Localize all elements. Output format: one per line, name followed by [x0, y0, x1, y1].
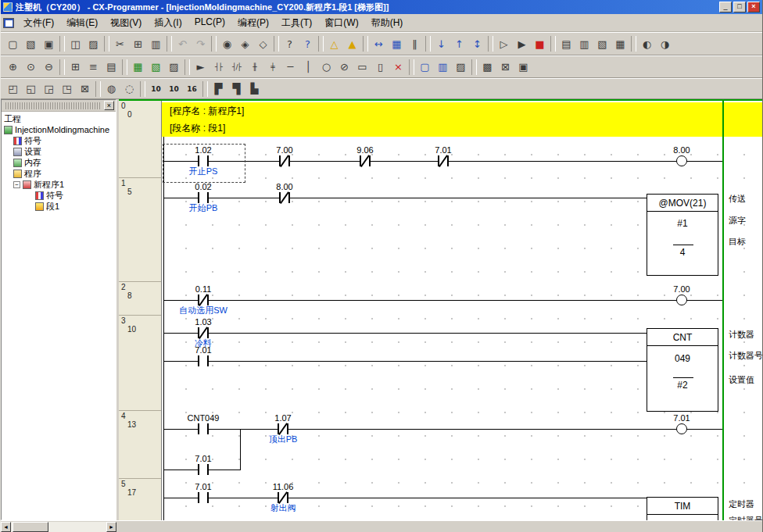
workspace-close-icon[interactable]: × [104, 101, 114, 110]
toolbar-button[interactable]: ▛ [210, 80, 227, 98]
menu-item[interactable]: 窗口(W) [318, 14, 364, 32]
instruction-block-mov[interactable]: @MOV(21) #1 4 [647, 194, 718, 276]
rung-comment-banner[interactable]: [程序名 : 新程序1] [段名称 : 段1] [162, 102, 762, 137]
toolbar-button[interactable]: ‖ [406, 35, 424, 52]
toolbar-button[interactable] [202, 81, 208, 97]
toolbar-button[interactable]: ▤ [102, 59, 120, 76]
ladder-contact[interactable]: 0.11 自动选用SW [168, 284, 238, 316]
tree-expander-icon[interactable]: − [13, 181, 20, 188]
toolbar-button[interactable]: ▨ [165, 59, 183, 76]
rung-header[interactable]: 3 10 [119, 316, 161, 411]
toolbar-button[interactable]: ▥ [147, 35, 165, 52]
toolbar-button[interactable] [122, 59, 127, 75]
toolbar-button[interactable]: ▦ [611, 35, 629, 52]
toolbar-button[interactable]: ◍ [102, 80, 120, 98]
title-bar[interactable]: 注塑机（CY200） - CX-Programmer - [InjectionM… [1, 0, 762, 14]
toolbar-button[interactable] [167, 36, 172, 52]
toolbar-button[interactable] [104, 36, 109, 52]
toolbar-button[interactable]: ▙ [245, 80, 263, 98]
toolbar-button[interactable]: ▥ [575, 35, 593, 52]
tree-item[interactable]: 符号 [2, 135, 116, 146]
toolbar-button[interactable]: ▥ [434, 59, 452, 76]
tree-item[interactable]: − 新程序1 [2, 179, 116, 190]
ladder-contact[interactable]: 7.01 [408, 145, 478, 177]
toolbar-button[interactable]: ◇ [254, 35, 272, 52]
toolbar-button[interactable]: ↶ [174, 35, 192, 52]
toolbar-button[interactable] [471, 59, 477, 75]
toolbar-button[interactable]: ⊞ [129, 35, 147, 52]
toolbar-button[interactable]: ▶ [513, 35, 531, 52]
scrollbar-track[interactable] [11, 522, 106, 532]
close-button[interactable]: × [747, 2, 760, 12]
toolbar-button[interactable] [550, 36, 556, 52]
toolbar-button[interactable]: ▲ [343, 35, 361, 52]
toolbar-button[interactable] [363, 36, 368, 52]
mdi-child-icon[interactable] [3, 18, 14, 28]
instruction-block-cnt[interactable]: CNT 049 #2 [647, 328, 718, 412]
tree-item[interactable]: 设置 [2, 146, 116, 157]
toolbar-button[interactable]: ▧ [22, 35, 40, 52]
scroll-left-arrow[interactable]: ◄ [1, 522, 11, 532]
maximize-button[interactable]: □ [733, 2, 746, 12]
toolbar-button[interactable]: ? [281, 35, 299, 52]
rung-header[interactable]: 1 5 [119, 178, 161, 282]
toolbar-button[interactable]: ◌ [120, 80, 138, 98]
toolbar-button[interactable]: ▦ [129, 59, 147, 76]
toolbar-button[interactable] [318, 36, 324, 52]
toolbar-button[interactable]: ▧ [593, 35, 611, 52]
toolbar-button[interactable]: ▨ [84, 35, 102, 52]
toolbar-button[interactable]: ▜ [227, 80, 245, 98]
toolbar-button[interactable]: × [389, 59, 407, 76]
menu-item[interactable]: 视图(V) [104, 14, 148, 32]
toolbar-button[interactable]: ◈ [236, 35, 254, 52]
toolbar-button[interactable]: ◉ [218, 35, 236, 52]
toolbar-button[interactable]: ≡ [84, 59, 102, 76]
toolbar-button[interactable]: ╫ [245, 59, 263, 76]
toolbar-button[interactable]: ▢ [416, 59, 434, 76]
tree-item[interactable]: 工程 [2, 113, 116, 124]
ladder-contact[interactable]: 8.00 [249, 182, 320, 213]
ladder-coil[interactable]: 7.00 [647, 284, 717, 305]
toolbar-button[interactable]: ↷ [192, 35, 210, 52]
toolbar-button[interactable]: ↑ [450, 35, 468, 52]
toolbar-button[interactable]: ▣ [514, 59, 532, 76]
toolbar-button[interactable]: ─ [281, 59, 299, 76]
toolbar-button[interactable]: ▷ [495, 35, 513, 52]
toolbar-button[interactable]: ⊠ [76, 80, 94, 98]
tree-item[interactable]: 程序 [2, 168, 116, 179]
minimize-button[interactable]: _ [719, 2, 732, 12]
toolbar-button[interactable]: ┤├ [210, 59, 227, 76]
toolbar-button[interactable] [488, 36, 493, 52]
toolbar-button[interactable]: ◱ [22, 80, 40, 98]
toolbar-button[interactable] [425, 36, 431, 52]
rung-header[interactable]: 5 17 [119, 479, 161, 520]
toolbar-button[interactable]: ↓ [432, 35, 450, 52]
toolbar-button[interactable]: ▣ [40, 35, 58, 52]
ladder-contact[interactable]: 7.01 [168, 454, 238, 485]
toolbar-button[interactable]: △ [325, 35, 343, 52]
toolbar-button[interactable]: ┤/├ [227, 59, 245, 76]
rung-header[interactable]: 4 13 [119, 411, 161, 479]
toolbar-button[interactable]: ◐ [638, 35, 656, 52]
toolbar-button[interactable] [409, 59, 414, 75]
toolbar-button[interactable] [184, 59, 190, 75]
toolbar-button[interactable]: ◳ [58, 80, 76, 98]
ladder-contact[interactable]: CNT049 [168, 413, 238, 445]
toolbar-button[interactable]: ✂ [111, 35, 129, 52]
toolbar-button[interactable]: ⊙ [22, 59, 40, 76]
rung-header[interactable]: 2 8 [119, 282, 161, 316]
toolbar-button[interactable]: ▤ [557, 35, 575, 52]
toolbar-button[interactable]: ? [299, 35, 317, 52]
menu-item[interactable]: 插入(I) [148, 14, 188, 32]
menu-item[interactable]: 帮助(H) [365, 14, 410, 32]
toolbar-button[interactable]: ▯ [371, 59, 389, 76]
menu-item[interactable]: 编辑(E) [60, 14, 104, 32]
toolbar-button[interactable]: ⊕ [4, 59, 22, 76]
tree-item[interactable]: 段1 [2, 201, 116, 212]
toolbar-button[interactable]: ▢ [4, 35, 22, 52]
toolbar-button[interactable]: 16 [183, 80, 201, 98]
ladder-canvas[interactable]: [程序名 : 新程序1] [段名称 : 段1] 1.02 [162, 101, 762, 520]
ladder-contact[interactable]: 7.01 [168, 482, 238, 513]
menu-item[interactable]: 工具(T) [275, 14, 318, 32]
toolbar-button[interactable]: ■ [531, 35, 549, 52]
